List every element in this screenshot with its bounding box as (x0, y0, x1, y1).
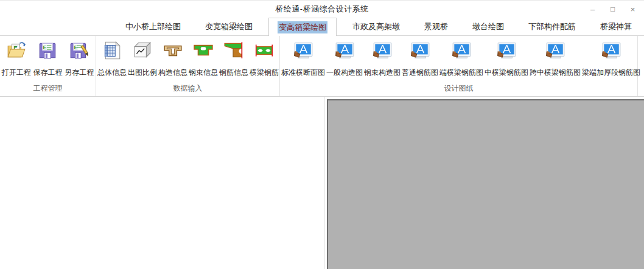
save-project-icon: E (37, 40, 58, 61)
design-drawing-icon (496, 40, 517, 61)
ribbon-group-project: E 打开工程 E (0, 36, 96, 96)
button-label: 钢筋信息 (219, 68, 248, 77)
save-as-project-icon: E (69, 40, 89, 61)
button-label: 钢束构造图 (364, 68, 401, 77)
button-label: 钢束信息 (189, 68, 218, 77)
open-project-button[interactable]: E 打开工程 (1, 40, 32, 77)
group-title: 工程管理 (0, 83, 96, 94)
button-label: 另存工程 (65, 68, 94, 77)
panel-divider (324, 97, 325, 269)
design-drawing-icon (410, 40, 430, 61)
button-label: 保存工程 (33, 68, 62, 77)
ribbon: E 打开工程 E (0, 36, 644, 97)
end-crossbeam-rebar-drawing-button[interactable]: 端横梁钢筋图 (439, 40, 484, 77)
tendon-info-button[interactable]: 钢束信息 (188, 40, 219, 77)
button-label: 横梁钢筋 (250, 68, 279, 77)
group-buttons: 总体信息 出图比例 (96, 36, 279, 83)
tab-shizheng-gaojiadun[interactable]: 市政及高架墩 (344, 18, 408, 35)
close-button[interactable]: × (623, 1, 643, 18)
button-label: 标准横断面图 (281, 68, 325, 77)
plot-scale-icon (132, 40, 153, 61)
beam-end-thickened-rebar-drawing-button[interactable]: 梁端加厚段钢筋图 (581, 40, 641, 77)
button-label: 端横梁钢筋图 (439, 68, 483, 77)
standard-cross-section-button[interactable]: 标准横断面图 (281, 40, 326, 77)
tab-xiabu-goujian-peijin[interactable]: 下部构件配筋 (520, 18, 584, 35)
general-structure-drawing-button[interactable]: 一般构造图 (326, 40, 363, 77)
rebar-info-icon (223, 40, 244, 61)
group-title: 设计图纸 (280, 83, 637, 94)
button-label: 一般构造图 (326, 68, 363, 77)
ribbon-tab-bar: 中小桥上部绘图 变宽箱梁绘图 变高箱梁绘图 市政及高架墩 景观桥 墩台绘图 下部… (0, 18, 644, 36)
structure-info-button[interactable]: 构造信息 (158, 40, 188, 77)
tab-jingguanqiao[interactable]: 景观桥 (416, 18, 457, 35)
ordinary-rebar-drawing-button[interactable]: 普通钢筋图 (401, 40, 439, 77)
save-project-button[interactable]: E 保存工程 (32, 40, 63, 77)
group-buttons: E 打开工程 E (0, 36, 96, 83)
button-label: 中横梁钢筋图 (485, 68, 528, 77)
overall-info-button[interactable]: 总体信息 (97, 40, 127, 77)
design-drawing-icon (451, 40, 472, 61)
group-buttons: 标准横断面图 一般构造图 (280, 36, 637, 83)
plot-scale-button[interactable]: 出图比例 (127, 40, 158, 77)
design-drawing-icon (372, 40, 393, 61)
button-label: 打开工程 (2, 68, 31, 77)
crossbeam-rebar-button[interactable]: 横梁钢筋 (249, 40, 279, 77)
button-label: 总体信息 (97, 68, 127, 77)
overall-info-icon (102, 40, 122, 61)
button-label: 跨中横梁钢筋图 (530, 68, 581, 77)
ribbon-group-design-drawings: 标准横断面图 一般构造图 (280, 36, 638, 96)
tendon-info-icon (193, 40, 214, 61)
rebar-info-button[interactable]: 钢筋信息 (219, 40, 249, 77)
titlebar: 桥绘通-桥涵综合设计系统 – □ × (0, 1, 644, 18)
button-label: 构造信息 (158, 68, 187, 77)
tab-biangao-xiangliang-selected[interactable]: 变高箱梁绘图 (268, 18, 337, 36)
maximize-button[interactable]: □ (603, 1, 623, 18)
design-drawing-icon (293, 40, 313, 61)
crossbeam-rebar-icon (254, 40, 275, 61)
open-project-icon: E (6, 40, 27, 61)
content-area (0, 97, 644, 269)
group-title: 数据输入 (96, 83, 279, 94)
mid-crossbeam-rebar-drawing-button[interactable]: 中横梁钢筋图 (484, 40, 529, 77)
button-label: 梁端加厚段钢筋图 (582, 68, 640, 77)
save-as-project-button[interactable]: E 另存工程 (64, 40, 94, 77)
window-title: 桥绘通-桥涵综合设计系统 (275, 4, 368, 15)
svg-text:E: E (43, 44, 47, 51)
app-window: 桥绘通-桥涵综合设计系统 – □ × 中小桥上部绘图 变宽箱梁绘图 变高箱梁绘图… (0, 0, 644, 269)
structure-info-icon (163, 40, 183, 61)
design-drawing-icon (545, 40, 565, 61)
svg-text:E: E (74, 44, 78, 51)
tab-zhongxiaoqiao[interactable]: 中小桥上部绘图 (117, 18, 189, 35)
tab-qiaoliang-shensuan[interactable]: 桥梁神算 (592, 18, 640, 35)
button-label: 普通钢筋图 (402, 68, 438, 77)
tab-duntai-huitu[interactable]: 墩台绘图 (464, 18, 513, 35)
minimize-button[interactable]: – (583, 1, 603, 18)
drawing-canvas[interactable] (327, 99, 644, 269)
design-drawing-icon (601, 40, 621, 61)
button-label: 出图比例 (128, 68, 157, 77)
ribbon-group-data-input: 总体信息 出图比例 (96, 36, 280, 96)
tendon-structure-drawing-button[interactable]: 钢束构造图 (363, 40, 401, 77)
window-controls: – □ × (583, 1, 643, 18)
midspan-crossbeam-rebar-drawing-button[interactable]: 跨中横梁钢筋图 (529, 40, 581, 77)
design-drawing-icon (334, 40, 355, 61)
tab-biankuan-xiangliang[interactable]: 变宽箱梁绘图 (197, 18, 261, 35)
